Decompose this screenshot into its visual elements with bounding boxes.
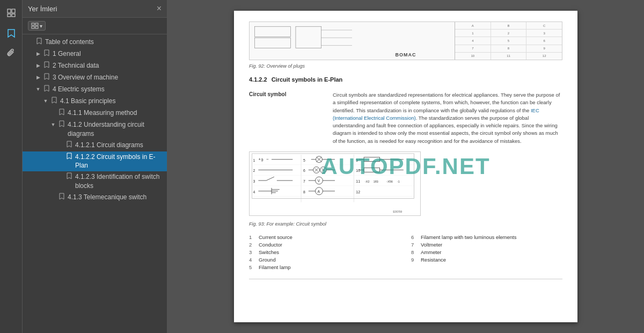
svg-rect-8 — [255, 26, 291, 37]
svg-rect-0 — [8, 9, 11, 13]
svg-text:-X2: -X2 — [365, 180, 369, 183]
bookmark-marker — [65, 141, 73, 148]
legend-item-2: 2Conductor — [249, 242, 400, 248]
section-2-label: 2 Technical data — [53, 61, 164, 70]
bomac-logo: BOMAC — [396, 52, 416, 57]
svg-text:V: V — [318, 179, 320, 183]
section-4-1-2-1-item[interactable]: 4.1.2.1 Circuit diagrams — [23, 140, 167, 151]
section-4-1-2-2-item[interactable]: 4.1.2.2 Circuit symbols in E-Plan — [23, 151, 167, 172]
page-container[interactable]: AUTOPDF.NET ABC 123 456 789 10111 — [167, 0, 644, 333]
svg-text:2: 2 — [253, 169, 255, 172]
svg-rect-6 — [32, 26, 34, 28]
bookmark-marker — [65, 153, 73, 160]
section-title: Circuit symbols in E-Plan — [272, 76, 343, 83]
svg-text:11: 11 — [356, 179, 360, 183]
main-content: AUTOPDF.NET ABC 123 456 789 10111 — [167, 0, 644, 333]
svg-text:−: − — [266, 156, 269, 161]
bookmark-sidebar-icon[interactable] — [3, 25, 20, 42]
section-4-1-3-label: 4.1.3 Telemecanique switch — [68, 193, 164, 202]
section-1-item[interactable]: ▶ 1 General — [23, 48, 167, 60]
section-3-item[interactable]: ▶ 3 Overview of machine — [23, 72, 167, 84]
svg-rect-64 — [364, 168, 380, 172]
sidebar-toolbar: ▾ — [23, 18, 167, 34]
svg-text:6: 6 — [303, 169, 305, 172]
svg-rect-61 — [364, 157, 380, 162]
svg-rect-10 — [296, 26, 321, 48]
circuit-legend-list: 1Current source 2Conductor 3Switches 4Gr… — [249, 234, 562, 270]
circuit-symbol-diagram: 1 2 3 4 5 6 7 8 9 10 11 12 + — [249, 151, 421, 216]
legend-item-9: 9Resistance — [411, 257, 562, 263]
sidebar-header: Yer İmleri × — [23, 0, 167, 18]
svg-text:A: A — [318, 189, 320, 193]
svg-text:4: 4 — [253, 190, 255, 193]
resize-handle[interactable] — [165, 0, 167, 333]
expand-icon: ▼ — [49, 120, 57, 129]
svg-text:5: 5 — [303, 158, 305, 162]
fig93-caption: Fig. 93: For example: Circuit symbol — [249, 221, 562, 227]
svg-rect-2 — [8, 14, 11, 17]
schematic-table: ABC 123 456 789 101112 — [455, 22, 562, 60]
bookmark-marker — [58, 108, 65, 115]
toc-label: Table of contents — [45, 38, 164, 47]
svg-text:7: 7 — [303, 179, 305, 183]
section-2-item[interactable]: ▶ 2 Technical data — [23, 60, 167, 72]
svg-text:E0059: E0059 — [393, 210, 402, 213]
two-col-content: Circuit symbol Circuit symbols are stand… — [249, 91, 562, 145]
bookmark-marker — [35, 38, 43, 45]
svg-text:183: 183 — [374, 180, 378, 183]
section-4-item[interactable]: ▼ 4 Electric systems — [23, 84, 167, 96]
sidebar-title: Yer İmleri — [28, 5, 57, 13]
expand-icon: ▶ — [34, 73, 42, 82]
svg-rect-78 — [252, 154, 414, 199]
section-4-1-2-3-item[interactable]: 4.1.2.3 Identification of switch blocks — [23, 171, 167, 192]
section-4-1-2-3-label: 4.1.2.3 Identification of switch blocks — [75, 172, 164, 191]
section-number: 4.1.2.2 — [249, 76, 267, 83]
bookmark-marker — [43, 49, 50, 56]
section-4-1-3-item[interactable]: 4.1.3 Telemecanique switch — [23, 192, 167, 204]
section-4-1-1-item[interactable]: 4.1.1 Measuring method — [23, 107, 167, 119]
svg-text:-X56: -X56 — [386, 180, 392, 183]
fig92-caption: Fig. 92: Overview of plugs — [249, 63, 562, 69]
bookmark-marker — [50, 97, 58, 104]
close-button[interactable]: × — [157, 4, 162, 13]
svg-line-33 — [266, 177, 274, 180]
section-4-label: 4 Electric systems — [53, 85, 164, 94]
svg-rect-7 — [35, 26, 38, 28]
legend-item-7: 7Voltmeter — [411, 242, 562, 248]
expand-icon — [27, 38, 34, 46]
expand-icon: ▶ — [34, 61, 42, 70]
sidebar-panel: Yer İmleri × ▾ Table of contents ▶ — [23, 0, 167, 333]
bookmark-tree: Table of contents ▶ 1 General ▶ 2 Techni… — [23, 34, 167, 333]
section-1-label: 1 General — [53, 49, 164, 59]
attachment-icon[interactable] — [3, 45, 20, 62]
bookmark-marker — [43, 61, 50, 68]
legend-item-1: 1Current source — [249, 234, 400, 240]
legend-item-8: 8Ammeter — [411, 249, 562, 255]
svg-text:3: 3 — [253, 179, 255, 183]
expand-icon — [57, 172, 64, 181]
view-options-button[interactable]: ▾ — [28, 21, 46, 31]
pdf-page: AUTOPDF.NET ABC 123 456 789 10111 — [234, 11, 577, 322]
bookmark-marker — [58, 120, 65, 127]
expand-icon — [49, 193, 57, 201]
section-4-1-2-item[interactable]: ▼ 4.1.2 Understanding circuit diagrams — [23, 119, 167, 140]
pages-icon[interactable] — [3, 4, 20, 21]
section-4-1-item[interactable]: ▼ 4.1 Basic principles — [23, 96, 167, 107]
expand-icon — [57, 141, 64, 149]
svg-text:10: 10 — [356, 169, 360, 172]
section-4-1-2-1-label: 4.1.2.1 Circuit diagrams — [75, 141, 164, 150]
section-4-1-2-2-label: 4.1.2.2 Circuit symbols in E-Plan — [75, 153, 164, 171]
svg-rect-1 — [12, 9, 15, 13]
expand-icon: ▼ — [42, 97, 49, 105]
toc-item[interactable]: Table of contents — [23, 37, 167, 48]
svg-text:-1: -1 — [397, 180, 400, 183]
svg-rect-9 — [255, 38, 291, 48]
circuit-symbol-label: Circuit symbol — [249, 91, 324, 145]
bookmark-marker — [65, 172, 73, 179]
legend-item-6: 6Filament lamp with two luminous element… — [411, 234, 562, 240]
svg-text:12: 12 — [356, 190, 360, 193]
section-4-1-1-label: 4.1.1 Measuring method — [68, 108, 164, 118]
bookmark-marker — [43, 85, 50, 92]
svg-rect-3 — [12, 14, 15, 17]
svg-rect-4 — [32, 23, 34, 25]
